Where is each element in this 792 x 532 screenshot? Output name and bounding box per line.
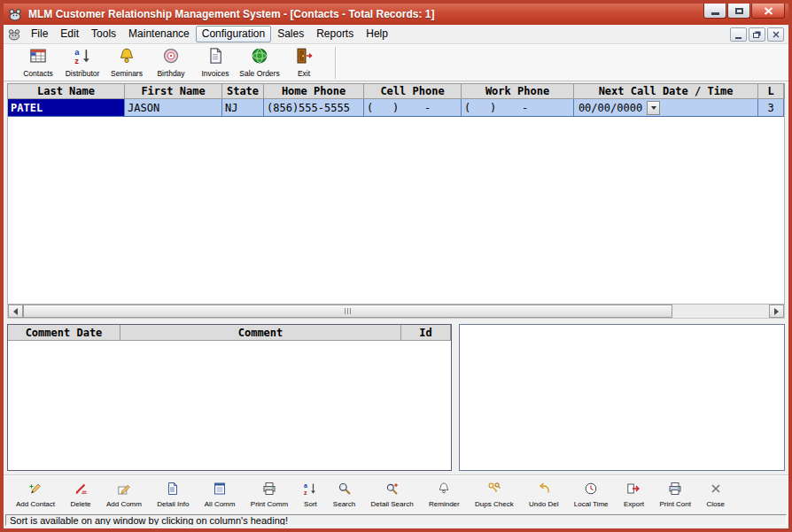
menu-edit[interactable]: Edit	[54, 26, 85, 42]
toolbar-button-label: Birthday	[157, 69, 184, 78]
menu-file[interactable]: File	[25, 26, 54, 42]
comments-grid: Comment Date Comment Id	[7, 324, 452, 471]
toolbar-button-label: Distributor	[66, 69, 100, 78]
lower-panels: Comment Date Comment Id	[7, 324, 785, 471]
column-header-comment[interactable]: Comment	[120, 325, 401, 340]
menu-configuration[interactable]: Configuration	[196, 26, 271, 42]
bottom-button-label: Sort	[304, 500, 317, 508]
bottom-button-sort[interactable]: a z Sort	[303, 482, 317, 508]
mdi-minimize-icon	[735, 37, 742, 39]
bottom-button-label: All Comm	[205, 500, 236, 508]
menu-maintenance[interactable]: Maintenance	[122, 26, 196, 42]
child-window-icon[interactable]	[7, 28, 21, 41]
close-icon	[764, 7, 773, 15]
comments-grid-body[interactable]	[8, 341, 451, 470]
column-header-home-phone[interactable]: Home Phone	[264, 84, 364, 98]
document-info-icon	[166, 482, 180, 499]
cell-truncated[interactable]: 3	[758, 99, 784, 116]
column-header-id[interactable]: Id	[401, 325, 451, 340]
status-field: Sort is available on any window by click…	[5, 514, 787, 526]
chevron-down-icon	[651, 106, 656, 110]
column-header-state[interactable]: State	[222, 84, 264, 98]
menu-reports[interactable]: Reports	[310, 26, 360, 42]
mdi-restore-icon	[753, 33, 759, 38]
menu-tools[interactable]: Tools	[85, 26, 122, 42]
scrollbar-thumb[interactable]	[23, 305, 672, 318]
bottom-button-delete[interactable]: Delete	[70, 482, 90, 508]
bottom-button-add-contact[interactable]: Add Contact	[16, 482, 55, 508]
mdi-close-icon	[773, 31, 780, 38]
toolbar-button-birthday[interactable]: Birthday	[149, 46, 193, 80]
cell-next-call-date[interactable]: 00/00/0000	[574, 99, 758, 116]
minimize-button[interactable]	[703, 4, 726, 19]
contacts-grid-icon	[29, 47, 47, 68]
cell-work-phone[interactable]: ( ) -	[462, 99, 574, 116]
column-header-comment-date[interactable]: Comment Date	[8, 325, 120, 340]
document-icon	[206, 47, 224, 68]
close-x-icon	[709, 482, 723, 499]
toolbar-button-label: Contacts	[23, 69, 53, 78]
clock-icon	[584, 482, 598, 499]
cell-last-name[interactable]: PATEL	[8, 99, 125, 116]
scrollbar-track[interactable]	[23, 305, 769, 318]
bottom-button-detail-search[interactable]: Detail Search	[371, 482, 414, 508]
title-bar[interactable]: MLM Customer Relationship Management Sys…	[4, 4, 788, 25]
menu-help[interactable]: Help	[360, 26, 394, 42]
toolbar-button-seminars[interactable]: Seminars	[105, 46, 149, 80]
bottom-button-dups-check[interactable]: Dups Check	[475, 482, 514, 508]
contacts-grid-body[interactable]: PATEL JASON NJ (856)555-5555 ( ) - ( ) -…	[7, 99, 785, 305]
bottom-button-print-cont[interactable]: Print Cont	[659, 482, 691, 508]
toolbar-button-contacts[interactable]: Contacts	[16, 46, 60, 80]
bottom-button-local-time[interactable]: Local Time	[574, 482, 609, 508]
svg-text:z: z	[304, 489, 307, 495]
close-button[interactable]	[751, 4, 785, 19]
menu-sales[interactable]: Sales	[271, 26, 310, 42]
contact-row[interactable]: PATEL JASON NJ (856)555-5555 ( ) - ( ) -…	[8, 99, 784, 117]
bottom-button-all-comm[interactable]: All Comm	[205, 482, 236, 508]
horizontal-scrollbar[interactable]	[7, 305, 785, 319]
column-header-work-phone[interactable]: Work Phone	[462, 84, 574, 98]
maximize-button[interactable]	[727, 4, 750, 19]
bottom-button-add-comm[interactable]: Add Comm	[106, 482, 142, 508]
scroll-left-button[interactable]	[8, 305, 23, 318]
cell-first-name[interactable]: JASON	[125, 99, 222, 116]
bottom-button-close[interactable]: Close	[706, 482, 724, 508]
mdi-close-button[interactable]	[767, 27, 784, 42]
next-call-dropdown-button[interactable]	[647, 101, 660, 115]
toolbar-button-sale-orders[interactable]: Sale Orders	[237, 46, 282, 80]
mdi-restore-button[interactable]	[749, 27, 765, 42]
scroll-right-button[interactable]	[769, 305, 784, 318]
cell-state[interactable]: NJ	[222, 99, 264, 116]
toolbar-button-label: Seminars	[111, 69, 143, 78]
column-header-first-name[interactable]: First Name	[125, 84, 222, 98]
column-header-next-call-date[interactable]: Next Call Date / Time	[574, 84, 758, 98]
cell-cell-phone[interactable]: ( ) -	[364, 99, 462, 116]
toolbar-button-exit[interactable]: Exit	[282, 46, 326, 80]
column-header-last-name[interactable]: Last Name	[8, 84, 125, 98]
mdi-window-controls	[728, 27, 784, 42]
sort-az-icon: a z	[74, 47, 91, 68]
status-bar: Sort is available on any window by click…	[4, 513, 788, 528]
toolbar-button-invoices[interactable]: Invoices	[193, 46, 237, 80]
bottom-button-export[interactable]: Export	[624, 482, 644, 508]
next-call-date-value[interactable]: 00/00/0000	[577, 102, 644, 114]
toolbar-button-distributor[interactable]: a z Distributor	[60, 46, 105, 80]
column-header-cell-phone[interactable]: Cell Phone	[364, 84, 462, 98]
detail-panel[interactable]	[459, 324, 785, 471]
magnifier-detail-icon	[385, 482, 400, 499]
mdi-minimize-button[interactable]	[730, 27, 747, 42]
bottom-button-search[interactable]: Search	[333, 482, 355, 508]
bottom-button-print-comm[interactable]: Print Comm	[251, 482, 288, 508]
cell-home-phone[interactable]: (856)555-5555	[264, 99, 364, 116]
bottom-button-reminder[interactable]: Reminder	[429, 482, 460, 508]
bottom-button-undo-del[interactable]: Undo Del	[529, 482, 558, 508]
column-header-truncated[interactable]: L	[758, 84, 784, 98]
pencil-plus-icon	[28, 482, 43, 499]
bell-icon	[118, 47, 136, 68]
bottom-button-detail-info[interactable]: Detail Info	[157, 482, 189, 508]
bottom-button-label: Close	[706, 500, 724, 508]
menu-bar: File Edit Tools Maintenance Configuratio…	[4, 25, 788, 44]
toolbar-separator	[335, 47, 337, 79]
sort-az-icon: a z	[303, 482, 317, 499]
undo-arrow-icon	[537, 482, 551, 499]
